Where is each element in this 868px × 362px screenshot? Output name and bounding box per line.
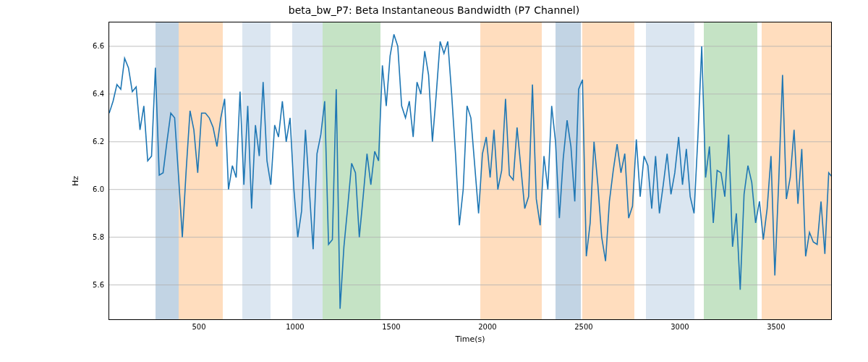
x-axis-label: Time(s)	[109, 334, 832, 344]
x-tick-label: 1500	[382, 323, 400, 331]
plot-area	[109, 22, 832, 320]
data-line	[109, 34, 832, 308]
figure: beta_bw_P7: Beta Instantaneous Bandwidth…	[0, 0, 868, 362]
chart-title: beta_bw_P7: Beta Instantaneous Bandwidth…	[0, 4, 868, 16]
y-tick-label: 5.8	[75, 232, 104, 240]
x-tick-label: 2500	[574, 323, 592, 331]
x-tick-label: 2000	[478, 323, 496, 331]
plot-svg	[109, 22, 832, 320]
x-tick-label: 3000	[671, 323, 689, 331]
x-tick-label: 1000	[286, 323, 304, 331]
y-tick-label: 6.0	[75, 185, 104, 193]
y-tick-label: 6.4	[75, 89, 104, 97]
y-tick-label: 6.2	[75, 137, 104, 145]
x-tick-label: 3500	[767, 323, 785, 331]
y-tick-label: 6.6	[75, 41, 104, 49]
y-tick-label: 5.6	[75, 280, 104, 288]
x-tick-label: 500	[192, 323, 205, 331]
